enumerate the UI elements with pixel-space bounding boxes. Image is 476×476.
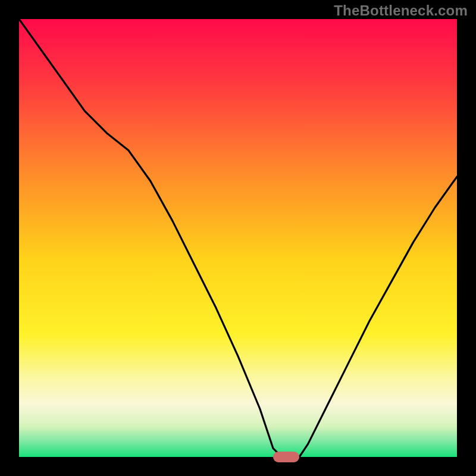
optimal-marker bbox=[273, 452, 299, 462]
watermark-text: TheBottleneck.com bbox=[334, 2, 468, 19]
bottleneck-chart bbox=[0, 0, 476, 476]
plot-background bbox=[19, 19, 457, 457]
frame: TheBottleneck.com bbox=[0, 0, 476, 476]
